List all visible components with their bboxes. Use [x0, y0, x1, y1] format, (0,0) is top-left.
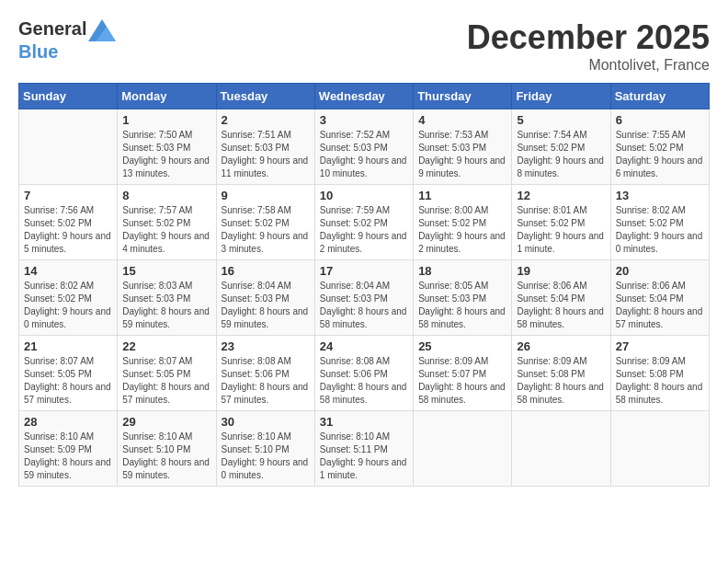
day-header-friday: Friday — [512, 84, 610, 109]
cell-info: Sunrise: 8:07 AMSunset: 5:05 PMDaylight:… — [122, 355, 210, 407]
day-number: 1 — [122, 113, 210, 127]
calendar-cell: 3Sunrise: 7:52 AMSunset: 5:03 PMDaylight… — [314, 109, 413, 185]
calendar-cell: 4Sunrise: 7:53 AMSunset: 5:03 PMDaylight… — [414, 109, 512, 185]
cell-info: Sunrise: 8:00 AMSunset: 5:02 PMDaylight:… — [418, 204, 506, 256]
calendar-cell: 10Sunrise: 7:59 AMSunset: 5:02 PMDayligh… — [314, 185, 413, 260]
cell-info: Sunrise: 8:07 AMSunset: 5:05 PMDaylight:… — [24, 355, 112, 407]
cell-info: Sunrise: 7:54 AMSunset: 5:02 PMDaylight:… — [517, 129, 605, 180]
calendar-week-row: 7Sunrise: 7:56 AMSunset: 5:02 PMDaylight… — [19, 185, 710, 260]
calendar-cell: 30Sunrise: 8:10 AMSunset: 5:10 PMDayligh… — [216, 411, 314, 487]
day-number: 24 — [320, 339, 408, 353]
cell-info: Sunrise: 8:09 AMSunset: 5:08 PMDaylight:… — [616, 355, 704, 407]
cell-info: Sunrise: 8:09 AMSunset: 5:07 PMDaylight:… — [418, 355, 506, 407]
calendar-cell: 12Sunrise: 8:01 AMSunset: 5:02 PMDayligh… — [512, 185, 610, 260]
day-number: 15 — [122, 264, 210, 278]
day-number: 2 — [222, 113, 310, 127]
calendar-cell: 9Sunrise: 7:58 AMSunset: 5:02 PMDaylight… — [216, 185, 314, 260]
day-number: 6 — [616, 113, 704, 127]
day-header-monday: Monday — [118, 84, 216, 109]
day-number: 23 — [222, 339, 310, 353]
calendar-cell — [19, 109, 118, 185]
cell-info: Sunrise: 7:53 AMSunset: 5:03 PMDaylight:… — [418, 129, 506, 180]
cell-info: Sunrise: 8:03 AMSunset: 5:03 PMDaylight:… — [122, 280, 210, 331]
cell-info: Sunrise: 7:52 AMSunset: 5:03 PMDaylight:… — [320, 129, 408, 180]
calendar-cell — [414, 411, 512, 487]
day-number: 13 — [616, 189, 704, 202]
cell-info: Sunrise: 8:10 AMSunset: 5:10 PMDaylight:… — [122, 431, 210, 482]
calendar-cell: 16Sunrise: 8:04 AMSunset: 5:03 PMDayligh… — [216, 260, 314, 336]
day-number: 8 — [122, 189, 210, 202]
calendar-cell: 19Sunrise: 8:06 AMSunset: 5:04 PMDayligh… — [512, 260, 610, 336]
calendar-cell: 11Sunrise: 8:00 AMSunset: 5:02 PMDayligh… — [414, 185, 512, 260]
day-number: 12 — [517, 189, 605, 202]
cell-info: Sunrise: 7:50 AMSunset: 5:03 PMDaylight:… — [122, 129, 210, 180]
calendar-cell — [512, 411, 610, 487]
calendar-cell: 2Sunrise: 7:51 AMSunset: 5:03 PMDaylight… — [216, 109, 314, 185]
day-number: 14 — [24, 264, 112, 278]
calendar-cell: 7Sunrise: 7:56 AMSunset: 5:02 PMDaylight… — [19, 185, 118, 260]
cell-info: Sunrise: 7:58 AMSunset: 5:02 PMDaylight:… — [222, 204, 310, 256]
day-number: 30 — [222, 415, 310, 429]
day-header-saturday: Saturday — [610, 84, 709, 109]
page-header: General Blue December 2025 Montolivet, F… — [18, 18, 710, 74]
calendar-cell: 17Sunrise: 8:04 AMSunset: 5:03 PMDayligh… — [314, 260, 413, 336]
day-number: 3 — [320, 113, 408, 127]
calendar-cell: 5Sunrise: 7:54 AMSunset: 5:02 PMDaylight… — [512, 109, 610, 185]
cell-info: Sunrise: 8:10 AMSunset: 5:09 PMDaylight:… — [24, 431, 112, 482]
cell-info: Sunrise: 8:02 AMSunset: 5:02 PMDaylight:… — [24, 280, 112, 331]
calendar-week-row: 28Sunrise: 8:10 AMSunset: 5:09 PMDayligh… — [19, 411, 710, 487]
cell-info: Sunrise: 8:05 AMSunset: 5:03 PMDaylight:… — [418, 280, 506, 331]
day-number: 5 — [517, 113, 605, 127]
calendar-week-row: 21Sunrise: 8:07 AMSunset: 5:05 PMDayligh… — [19, 336, 710, 411]
calendar-cell: 22Sunrise: 8:07 AMSunset: 5:05 PMDayligh… — [118, 336, 216, 411]
calendar-cell: 21Sunrise: 8:07 AMSunset: 5:05 PMDayligh… — [19, 336, 118, 411]
calendar-cell: 31Sunrise: 8:10 AMSunset: 5:11 PMDayligh… — [314, 411, 413, 487]
cell-info: Sunrise: 8:06 AMSunset: 5:04 PMDaylight:… — [517, 280, 605, 331]
location: Montolivet, France — [467, 57, 710, 74]
cell-info: Sunrise: 7:57 AMSunset: 5:02 PMDaylight:… — [122, 204, 210, 256]
day-number: 20 — [616, 264, 704, 278]
day-header-sunday: Sunday — [19, 84, 118, 109]
calendar-cell: 14Sunrise: 8:02 AMSunset: 5:02 PMDayligh… — [19, 260, 118, 336]
day-number: 31 — [320, 415, 408, 429]
cell-info: Sunrise: 8:09 AMSunset: 5:08 PMDaylight:… — [517, 355, 605, 407]
day-number: 7 — [24, 189, 112, 202]
calendar-week-row: 14Sunrise: 8:02 AMSunset: 5:02 PMDayligh… — [19, 260, 710, 336]
cell-info: Sunrise: 8:04 AMSunset: 5:03 PMDaylight:… — [222, 280, 310, 331]
cell-info: Sunrise: 8:08 AMSunset: 5:06 PMDaylight:… — [320, 355, 408, 407]
calendar-cell: 13Sunrise: 8:02 AMSunset: 5:02 PMDayligh… — [610, 185, 709, 260]
day-number: 19 — [517, 264, 605, 278]
day-number: 11 — [418, 189, 506, 202]
day-number: 9 — [222, 189, 310, 202]
day-number: 17 — [320, 264, 408, 278]
title-block: December 2025 Montolivet, France — [467, 18, 710, 74]
cell-info: Sunrise: 8:01 AMSunset: 5:02 PMDaylight:… — [517, 204, 605, 256]
logo-text: General Blue — [18, 18, 114, 62]
day-number: 28 — [24, 415, 112, 429]
calendar-table: SundayMondayTuesdayWednesdayThursdayFrid… — [18, 83, 710, 487]
calendar-cell: 15Sunrise: 8:03 AMSunset: 5:03 PMDayligh… — [118, 260, 216, 336]
cell-info: Sunrise: 8:02 AMSunset: 5:02 PMDaylight:… — [616, 204, 704, 256]
calendar-cell: 18Sunrise: 8:05 AMSunset: 5:03 PMDayligh… — [414, 260, 512, 336]
cell-info: Sunrise: 7:59 AMSunset: 5:02 PMDaylight:… — [320, 204, 408, 256]
day-number: 27 — [616, 339, 704, 353]
calendar-cell: 20Sunrise: 8:06 AMSunset: 5:04 PMDayligh… — [610, 260, 709, 336]
cell-info: Sunrise: 8:10 AMSunset: 5:11 PMDaylight:… — [320, 431, 408, 482]
calendar-cell: 1Sunrise: 7:50 AMSunset: 5:03 PMDaylight… — [118, 109, 216, 185]
cell-info: Sunrise: 7:51 AMSunset: 5:03 PMDaylight:… — [222, 129, 310, 180]
day-number: 21 — [24, 339, 112, 353]
calendar-cell: 26Sunrise: 8:09 AMSunset: 5:08 PMDayligh… — [512, 336, 610, 411]
calendar-cell: 25Sunrise: 8:09 AMSunset: 5:07 PMDayligh… — [414, 336, 512, 411]
calendar-cell: 27Sunrise: 8:09 AMSunset: 5:08 PMDayligh… — [610, 336, 709, 411]
cell-info: Sunrise: 8:08 AMSunset: 5:06 PMDaylight:… — [222, 355, 310, 407]
day-number: 22 — [122, 339, 210, 353]
calendar-cell: 8Sunrise: 7:57 AMSunset: 5:02 PMDaylight… — [118, 185, 216, 260]
day-number: 4 — [418, 113, 506, 127]
calendar-week-row: 1Sunrise: 7:50 AMSunset: 5:03 PMDaylight… — [19, 109, 710, 185]
day-header-thursday: Thursday — [414, 84, 512, 109]
calendar-cell — [610, 411, 709, 487]
calendar-cell: 28Sunrise: 8:10 AMSunset: 5:09 PMDayligh… — [19, 411, 118, 487]
calendar-cell: 24Sunrise: 8:08 AMSunset: 5:06 PMDayligh… — [314, 336, 413, 411]
calendar-header-row: SundayMondayTuesdayWednesdayThursdayFrid… — [19, 84, 710, 109]
day-number: 29 — [122, 415, 210, 429]
